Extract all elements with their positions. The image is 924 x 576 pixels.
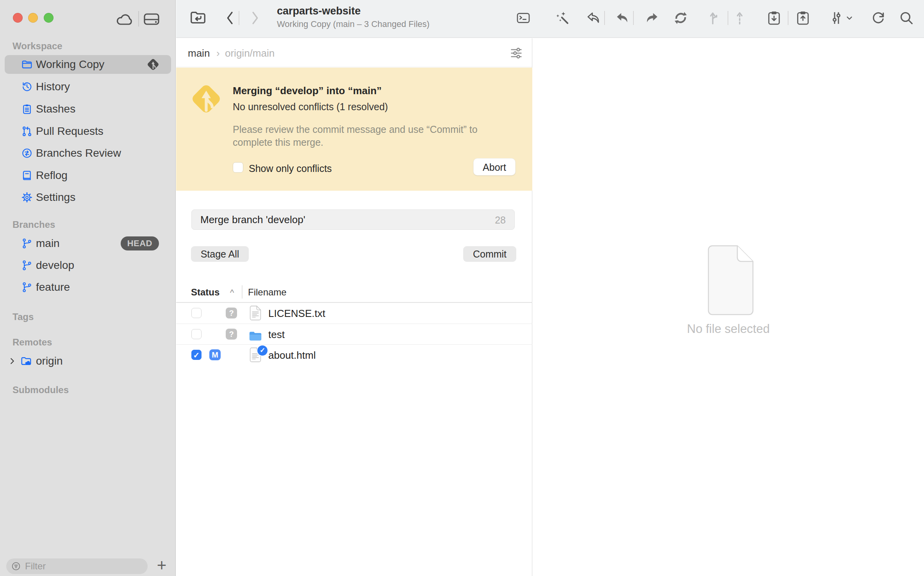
refresh-button[interactable] <box>870 10 886 26</box>
commit-message-field: 28 <box>191 209 515 230</box>
sync-button[interactable] <box>673 10 689 26</box>
folder-return-icon <box>189 9 207 27</box>
window-zoom-button[interactable] <box>44 13 54 23</box>
sidebar-item-branch-main[interactable]: main HEAD <box>5 235 171 252</box>
magic-wand-icon <box>555 10 570 26</box>
refresh-icon <box>870 10 886 26</box>
sidebar-item-label: Stashes <box>36 103 75 115</box>
stash-pop-button[interactable] <box>795 10 811 26</box>
column-header-status[interactable]: Status <box>191 287 219 298</box>
back-button[interactable] <box>222 10 238 26</box>
pull-request-icon <box>21 125 33 137</box>
clipboard-up-icon <box>795 10 811 26</box>
section-header-submodules: Submodules <box>12 385 69 395</box>
arrow-up-dashed-icon <box>733 10 746 26</box>
sidebar-item-label: Settings <box>36 191 75 204</box>
sidebar-item-label: Pull Requests <box>36 125 103 138</box>
toolbar-divider <box>788 11 788 25</box>
branches-review-icon <box>21 147 33 159</box>
chevron-right-icon[interactable] <box>8 357 16 365</box>
view-options-chevron[interactable] <box>845 10 854 26</box>
breadcrumb-separator: › <box>216 47 220 59</box>
drive-icon[interactable] <box>142 11 161 27</box>
sync-arrows-icon <box>673 10 689 26</box>
commit-message-counter: 28 <box>495 215 506 226</box>
stash-icon <box>21 103 33 115</box>
breadcrumb-upstream-branch[interactable]: origin/main <box>225 47 275 59</box>
column-divider[interactable] <box>242 285 243 299</box>
abort-merge-button[interactable]: Abort <box>473 158 516 175</box>
history-icon <box>21 81 33 93</box>
sidebar-item-branch-feature[interactable]: feature <box>5 279 171 296</box>
undo-commit-button[interactable] <box>615 10 630 26</box>
window-minimize-button[interactable] <box>28 13 38 23</box>
cloud-icon[interactable] <box>115 12 134 27</box>
redo-button[interactable] <box>644 10 660 26</box>
show-only-conflicts-checkbox[interactable] <box>233 162 243 173</box>
filename-label: test <box>268 329 285 341</box>
merge-diamond-icon <box>189 82 223 116</box>
terminal-icon <box>516 10 531 26</box>
repo-title: carparts-website <box>277 5 361 17</box>
section-header-tags: Tags <box>12 311 34 322</box>
view-options-button[interactable] <box>828 10 846 26</box>
merge-banner-title: Merging “develop” into “main” <box>233 85 382 97</box>
push-button-disabled[interactable] <box>732 10 747 26</box>
sidebar-item-history[interactable]: History <box>5 78 171 95</box>
search-button[interactable] <box>899 10 914 26</box>
sidebar-item-remote-origin[interactable]: origin <box>5 352 171 370</box>
file-table-header: Status ^ Filename <box>176 284 532 302</box>
show-only-conflicts-label: Show only conflicts <box>249 163 332 174</box>
branch-icon <box>21 281 33 293</box>
section-header-remotes: Remotes <box>12 337 52 348</box>
merge-banner-body: Please review the commit message and use… <box>233 123 506 149</box>
breadcrumb-current-branch[interactable]: main <box>188 47 210 59</box>
stage-checkbox[interactable] <box>191 308 202 318</box>
filename-label: LICENSE.txt <box>268 308 325 320</box>
commit-button[interactable]: Commit <box>463 246 516 262</box>
sort-ascending-indicator[interactable]: ^ <box>230 288 234 298</box>
resolved-check-badge: ✓ <box>257 345 268 356</box>
file-row-about[interactable]: ✓ M ✓ about.html <box>176 344 532 365</box>
sidebar-item-label: Working Copy <box>36 58 104 71</box>
terminal-button[interactable] <box>516 10 531 26</box>
open-repository-button[interactable] <box>189 8 207 27</box>
merge-banner: Merging “develop” into “main” No unresol… <box>176 68 532 191</box>
toolbar: carparts-website Working Copy (main – 3 … <box>176 0 924 38</box>
detail-panel: No file selected <box>533 38 924 576</box>
add-repository-button[interactable]: + <box>153 556 170 574</box>
titlebar-divider <box>138 11 139 27</box>
section-header-branches: Branches <box>12 219 55 230</box>
sidebar-item-settings[interactable]: Settings <box>5 189 171 206</box>
stash-save-button[interactable] <box>766 10 782 26</box>
pull-button-disabled[interactable] <box>707 10 722 26</box>
sidebar-item-working-copy[interactable]: Working Copy <box>5 55 171 74</box>
window-close-button[interactable] <box>13 13 23 23</box>
sidebar: Workspace Working Copy H <box>0 0 176 576</box>
stage-checkbox[interactable] <box>191 329 202 339</box>
undo-filled-icon <box>615 10 630 26</box>
filter-input[interactable] <box>25 558 142 574</box>
commit-message-input[interactable] <box>200 210 474 229</box>
column-header-filename[interactable]: Filename <box>248 287 287 298</box>
sidebar-item-pull-requests[interactable]: Pull Requests <box>5 123 171 140</box>
sidebar-item-label: History <box>36 80 70 93</box>
head-badge: HEAD <box>121 236 159 250</box>
sidebar-item-reflog[interactable]: Reflog <box>5 167 171 184</box>
stage-checkbox-checked[interactable]: ✓ <box>191 350 202 360</box>
file-row-test[interactable]: ? test <box>176 324 532 344</box>
toolbar-divider <box>239 11 239 25</box>
magic-actions-button[interactable] <box>555 10 570 26</box>
undo-button[interactable] <box>586 10 601 26</box>
sidebar-filter <box>6 558 148 574</box>
file-row-license[interactable]: ? LICENSE.txt <box>176 303 532 323</box>
sidebar-item-stashes[interactable]: Stashes <box>5 100 171 118</box>
status-badge-untracked: ? <box>226 329 237 340</box>
merge-banner-subtitle: No unresolved conflicts (1 resolved) <box>233 101 388 113</box>
sidebar-item-branch-develop[interactable]: develop <box>5 257 171 274</box>
forward-button[interactable] <box>247 10 263 26</box>
sidebar-item-branches-review[interactable]: Branches Review <box>5 145 171 162</box>
branch-pull-icon <box>708 10 722 26</box>
stage-all-button[interactable]: Stage All <box>191 246 249 262</box>
list-filter-options-icon[interactable] <box>509 46 524 61</box>
